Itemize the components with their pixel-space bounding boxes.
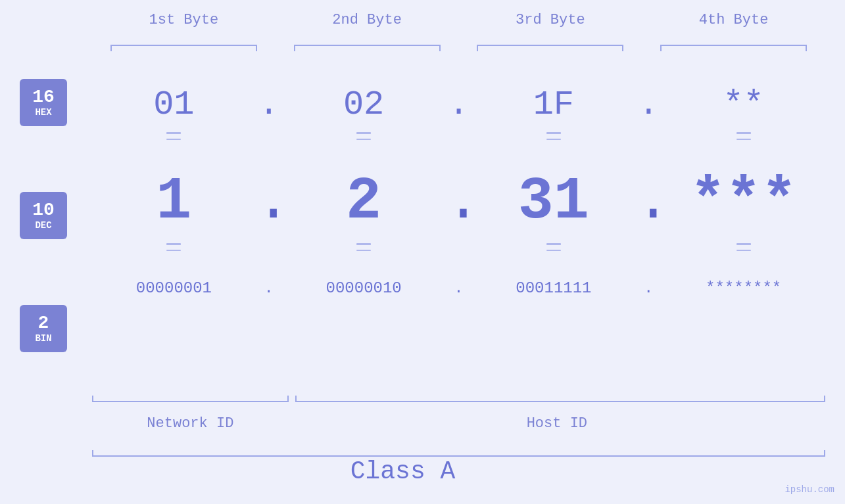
- eq2-b4: [662, 239, 825, 260]
- eq2-b3: [472, 239, 636, 260]
- bin-byte1: 00000001: [92, 279, 256, 297]
- hex-badge-label: HEX: [35, 107, 51, 118]
- bin-byte2: 00000010: [282, 279, 446, 297]
- eq1-b1: [92, 128, 256, 149]
- dec-sep3: .: [635, 168, 662, 235]
- bin-sep2: .: [446, 279, 472, 297]
- byte2-header: 2nd Byte: [276, 12, 459, 28]
- eq2-b1: [92, 239, 256, 260]
- byte-headers: 1st Byte 2nd Byte 3rd Byte 4th Byte: [92, 12, 825, 28]
- dec-badge-label: DEC: [35, 220, 51, 231]
- bracket-top-4: [660, 45, 807, 51]
- dec-byte4: ***: [662, 168, 825, 235]
- bin-badge-num: 2: [38, 313, 49, 334]
- bracket-top-3: [477, 45, 623, 51]
- dec-sep2: .: [446, 168, 472, 235]
- dec-badge-num: 10: [32, 200, 55, 221]
- bin-row: 00000001 . 00000010 . 00011111 . *******…: [92, 279, 825, 297]
- equals-row-1: [92, 128, 825, 149]
- hex-badge: 16 HEX: [20, 79, 67, 126]
- bracket-top-1: [110, 45, 257, 51]
- network-id-label: Network ID: [92, 415, 289, 432]
- watermark: ipshu.com: [785, 484, 834, 495]
- bin-badge: 2 BIN: [20, 305, 67, 352]
- dec-row: 1 . 2 . 31 . ***: [92, 168, 825, 235]
- dec-byte3: 31: [472, 168, 636, 235]
- network-id-bracket: [92, 396, 289, 402]
- hex-sep2: .: [446, 85, 472, 124]
- class-label: Class A: [0, 457, 806, 486]
- bracket-cell-2: [276, 45, 459, 51]
- hex-byte1: 01: [92, 85, 256, 124]
- hex-byte2: 02: [282, 85, 446, 124]
- top-brackets: [92, 45, 825, 51]
- bin-byte4: ********: [662, 279, 825, 297]
- host-id-bracket: [295, 396, 825, 402]
- dec-byte2: 2: [282, 168, 446, 235]
- dec-byte1: 1: [92, 168, 256, 235]
- byte3-header: 3rd Byte: [459, 12, 642, 28]
- full-bracket: [92, 450, 825, 457]
- hex-byte4: **: [662, 85, 825, 124]
- dec-badge: 10 DEC: [20, 192, 67, 239]
- bin-sep1: .: [256, 279, 282, 297]
- hex-sep3: .: [635, 85, 662, 124]
- bin-badge-label: BIN: [35, 333, 51, 344]
- byte4-header: 4th Byte: [642, 12, 825, 28]
- byte1-header: 1st Byte: [92, 12, 276, 28]
- eq2-b2: [282, 239, 446, 260]
- bin-byte3: 00011111: [472, 279, 636, 297]
- hex-badge-num: 16: [32, 87, 55, 108]
- bracket-cell-3: [459, 45, 642, 51]
- bracket-top-2: [294, 45, 441, 51]
- hex-sep1: .: [256, 85, 282, 124]
- hex-byte3: 1F: [472, 85, 636, 124]
- host-id-label: Host ID: [289, 415, 825, 432]
- hex-row: 01 . 02 . 1F . **: [92, 85, 825, 124]
- bracket-cell-4: [642, 45, 825, 51]
- eq1-b3: [472, 128, 636, 149]
- bracket-cell-1: [92, 45, 276, 51]
- eq1-b2: [282, 128, 446, 149]
- id-labels: Network ID Host ID: [92, 415, 825, 432]
- rows-area: 01 . 02 . 1F . ** 1 . 2 . 31 . ***: [92, 59, 825, 297]
- bin-sep3: .: [635, 279, 662, 297]
- eq1-b4: [662, 128, 825, 149]
- equals-row-2: [92, 239, 825, 260]
- badges: 16 HEX 10 DEC 2 BIN: [20, 79, 67, 352]
- main-container: 1st Byte 2nd Byte 3rd Byte 4th Byte 16 H…: [0, 0, 845, 504]
- dec-sep1: .: [256, 168, 282, 235]
- bottom-brackets: [92, 396, 825, 402]
